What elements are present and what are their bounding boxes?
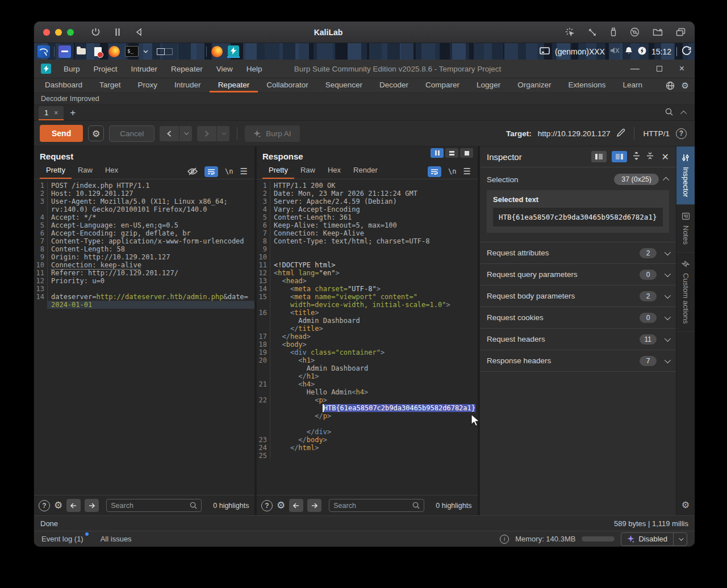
code-line[interactable]: 7Content-Type: application/x-www-form-ur…: [34, 237, 254, 245]
inspector-close-icon[interactable]: ✕: [662, 152, 669, 162]
burp-ai-button[interactable]: Burp AI: [245, 125, 299, 142]
code-line[interactable]: width=device-width, initial-scale=1.0">: [257, 301, 478, 309]
request-help-icon[interactable]: ?: [39, 500, 50, 511]
tab-organizer[interactable]: Organizer: [509, 78, 559, 93]
burpsuite-taskbar-icon[interactable]: [227, 45, 240, 58]
code-line[interactable]: 9Origin: http://10.129.201.127: [34, 253, 254, 261]
tab-comparer[interactable]: Comparer: [417, 78, 468, 93]
volume-muted-icon[interactable]: [610, 47, 620, 56]
terminal-dropdown-icon[interactable]: [143, 48, 148, 54]
rail-settings-gear-icon[interactable]: ⚙: [676, 499, 695, 515]
code-line[interactable]: </p>: [257, 412, 478, 420]
logout-icon[interactable]: [682, 46, 691, 57]
minimize-window-button[interactable]: [55, 29, 62, 36]
tab-intruder[interactable]: Intruder: [166, 78, 210, 93]
code-line[interactable]: 14 <meta charset="UTF-8">: [257, 285, 478, 293]
maximize-icon[interactable]: [657, 66, 662, 72]
code-line[interactable]: 11Referer: http://10.129.201.127/: [34, 269, 254, 277]
code-line[interactable]: 11<!DOCTYPE html>: [257, 261, 478, 269]
response-tab-render[interactable]: Render: [347, 164, 384, 179]
code-line[interactable]: 3Server: Apache/2.4.59 (Debian): [257, 198, 478, 205]
chevron-down-icon[interactable]: [665, 356, 671, 363]
edit-target-pencil-icon[interactable]: [616, 128, 625, 139]
word-wrap-toggle[interactable]: [204, 166, 218, 177]
search-icon[interactable]: [665, 108, 673, 118]
help-icon[interactable]: ?: [676, 128, 687, 139]
code-line[interactable]: 1HTTP/1.1 200 OK: [257, 182, 478, 190]
code-line[interactable]: 2024-01-01: [34, 301, 254, 309]
request-tab-pretty[interactable]: Pretty: [40, 164, 72, 179]
inspector-dock-right-button[interactable]: [612, 151, 627, 162]
text-editor-icon[interactable]: [91, 45, 104, 58]
code-line[interactable]: [257, 420, 478, 428]
terminal-icon[interactable]: $_: [124, 45, 139, 58]
code-line[interactable]: 6Accept-Encoding: gzip, deflate, br: [34, 229, 254, 237]
info-icon[interactable]: i: [500, 535, 509, 544]
chevron-down-icon[interactable]: [665, 313, 671, 320]
usb-icon[interactable]: [610, 27, 617, 37]
response-next-match-button[interactable]: [307, 499, 321, 512]
code-line[interactable]: 1POST /index.php HTTP/1.1: [34, 182, 254, 190]
event-log-button[interactable]: Event log (1): [41, 535, 83, 543]
columns-layout-button[interactable]: [431, 148, 444, 158]
chevron-down-icon[interactable]: [665, 335, 671, 341]
response-tab-hex[interactable]: Hex: [321, 164, 347, 179]
settings-gear-icon[interactable]: ⚙: [682, 81, 689, 91]
editor-menu-icon[interactable]: ☰: [240, 166, 248, 177]
tab-collaborator[interactable]: Collaborator: [258, 78, 317, 93]
code-line[interactable]: 23 </body>: [257, 436, 478, 444]
restart-icon[interactable]: [135, 28, 143, 36]
expand-all-icon[interactable]: [632, 152, 641, 162]
app-window-icon[interactable]: [59, 45, 71, 58]
code-line[interactable]: Hello Admin<h4>: [257, 388, 478, 396]
power-icon[interactable]: [91, 27, 101, 37]
code-line[interactable]: 20 <h1>: [257, 356, 478, 364]
code-line[interactable]: 8Content-Length: 58: [34, 245, 254, 253]
disc-icon[interactable]: [630, 27, 640, 37]
back-dropdown-icon[interactable]: [179, 126, 192, 141]
minimize-icon[interactable]: —: [630, 64, 640, 74]
file-manager-icon[interactable]: [75, 45, 87, 58]
request-search-input[interactable]: [111, 502, 190, 510]
firefox-taskbar-icon[interactable]: [211, 45, 223, 58]
code-line[interactable]: 21 <h4>: [257, 380, 478, 388]
inspector-section-request-attributes[interactable]: Request attributes2: [480, 242, 676, 264]
word-wrap-toggle[interactable]: [428, 166, 441, 177]
code-line[interactable]: 13 <head>: [257, 277, 478, 285]
inspector-section-request-headers[interactable]: Request headers11: [480, 329, 676, 350]
rail-tab-custom-actions[interactable]: Custom actions: [676, 253, 695, 332]
pause-icon[interactable]: [114, 28, 121, 36]
send-settings-gear-icon[interactable]: ⚙: [88, 125, 104, 141]
tab-extensions[interactable]: Extensions: [559, 78, 614, 93]
kali-menu-icon[interactable]: [37, 45, 50, 58]
code-line[interactable]: 13: [34, 285, 254, 293]
menu-intruder[interactable]: Intruder: [124, 62, 165, 75]
tab-sequencer[interactable]: Sequencer: [317, 78, 371, 93]
updates-icon[interactable]: [638, 47, 646, 57]
single-layout-button[interactable]: [460, 148, 473, 158]
hide-icon[interactable]: [187, 167, 198, 175]
tab-learn[interactable]: Learn: [614, 78, 651, 93]
collapse-strip-icon[interactable]: [680, 111, 687, 117]
tab-target[interactable]: Target: [91, 78, 129, 93]
collapse-all-icon[interactable]: [646, 152, 654, 162]
code-line[interactable]: 17 </head>: [257, 333, 478, 341]
menu-burp[interactable]: Burp: [57, 62, 87, 75]
code-line[interactable]: 24 </html>: [257, 444, 478, 452]
code-line[interactable]: 5Accept-Language: en-US,en;q=0.5: [34, 221, 254, 229]
response-tab-raw[interactable]: Raw: [294, 164, 321, 179]
response-search-settings-icon[interactable]: ⚙: [277, 499, 285, 511]
code-line[interactable]: 19 <div class="container">: [257, 348, 478, 356]
tab-proxy[interactable]: Proxy: [129, 78, 166, 93]
code-line[interactable]: 12<html lang="en">: [257, 269, 478, 277]
response-help-icon[interactable]: ?: [261, 500, 273, 511]
rows-layout-button[interactable]: [445, 148, 458, 158]
forward-dropdown-icon[interactable]: [217, 126, 229, 141]
code-line[interactable]: 9: [257, 245, 478, 253]
request-next-match-button[interactable]: [85, 499, 99, 512]
cancel-button[interactable]: Cancel: [109, 125, 154, 142]
inspector-section-request-cookies[interactable]: Request cookies0: [480, 307, 676, 329]
editor-menu-icon[interactable]: ☰: [463, 166, 471, 177]
ai-status-dropdown[interactable]: Disabled: [621, 532, 687, 546]
menu-repeater[interactable]: Repeater: [164, 62, 210, 75]
